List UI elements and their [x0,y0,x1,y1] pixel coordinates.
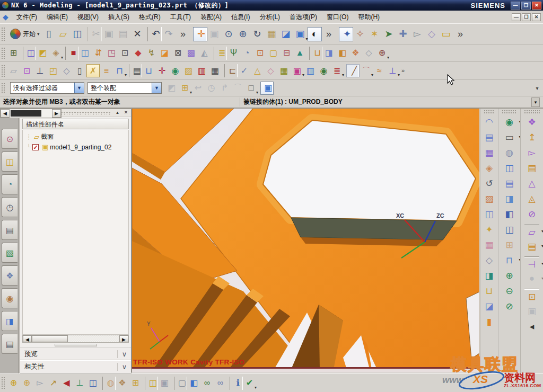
snap-point-icon[interactable]: ✶ [367,27,382,41]
trimmed-sheet-icon[interactable]: ◪ [482,299,497,313]
cut-icon[interactable]: ✂ [87,27,102,41]
scroll-right-icon[interactable]: ▶ [52,109,61,118]
cavity-insert-icon[interactable]: ⊡ [253,47,267,60]
notes-tab[interactable]: ▤ [2,220,17,240]
mold-csys-icon[interactable]: ◫ [23,47,36,60]
ruled-surface-icon[interactable]: ▦ [482,146,497,159]
vector-dialog-icon[interactable]: ✚ [396,27,410,41]
shaded-view-icon[interactable]: ▣ [293,27,308,41]
roles-tab[interactable]: ◉ [2,288,17,308]
zoom-box-icon[interactable]: ▣ [207,27,222,41]
ball-pin-icon[interactable]: ◉ [169,64,182,77]
toolbar-drag-handle[interactable] [484,110,495,113]
runner-icon[interactable]: ▩ [185,47,198,60]
graphics-viewport[interactable]: XC ZC Y TFR-ISO WORK Cavity TFR-ISO [132,109,479,372]
ghost-body-icon[interactable]: ▣ [524,304,539,318]
mdi-restore-button[interactable]: ❐ [522,13,531,21]
toolbar1-overflow-icon[interactable]: » [176,27,190,41]
menu-analysis[interactable]: 分析(L) [255,11,285,24]
panel-close-icon[interactable]: ✕ [122,110,129,116]
bounded-plane-icon[interactable]: ◨ [482,269,497,282]
mold-check-icon[interactable]: ◇ [362,47,375,60]
panel-splitter[interactable] [20,343,131,348]
navigator-hscrollbar[interactable]: ◀ ▶ [22,335,129,343]
deviation-check-icon[interactable]: ↺ [482,176,497,190]
undo-icon[interactable]: ↶ [147,27,162,41]
face-analysis-icon[interactable]: ◐ [308,27,322,41]
sheet-body-icon[interactable]: ▤ [129,64,142,77]
redo-icon[interactable]: ↷ [162,27,176,41]
link-browser-icon[interactable]: ∞ [214,377,227,390]
mesh-plate-icon[interactable]: ▦ [277,64,291,77]
dependencies-section-header[interactable]: 相关性 ∨ [20,360,131,373]
wave-window-icon[interactable]: ◧ [187,377,200,390]
window-restore-button[interactable]: ❐ [521,2,531,10]
shrinkage-icon[interactable]: ◩ [36,47,49,60]
core-shelf-icon[interactable]: ◨ [502,192,517,206]
mold-vault-icon[interactable]: ◧ [502,207,517,221]
perspective-icon[interactable]: ◪ [279,27,293,41]
ribbed-surface-icon[interactable]: ▤ [482,130,497,144]
visual-check-icon[interactable]: ◉ [317,64,330,77]
insert-hole-icon[interactable]: ◫ [502,222,517,236]
add-region-icon[interactable]: ⊕ [502,269,517,282]
history-tab[interactable]: ◷ [2,197,17,217]
toolbar3-overflow-icon[interactable]: » [399,64,407,77]
save-icon[interactable]: ◫ [71,27,85,41]
menu-assemblies[interactable]: 装配(A) [196,11,226,24]
part-navigator-tab[interactable]: ◔ [2,174,17,194]
molding-part-icon[interactable]: ◇ [264,64,277,77]
support-tower-icon[interactable]: ▨ [182,64,195,77]
undo-selection-icon[interactable]: ↩ [191,82,205,95]
orient-view-icon[interactable]: ✦ [339,27,353,41]
parting-preparation-icon[interactable]: ◳ [105,47,118,60]
mdi-minimize-button[interactable]: — [512,13,521,21]
toolbar1-overflow2-icon[interactable]: » [322,27,336,41]
panel-collapse-icon[interactable]: ▴ [114,110,121,116]
lift-body-icon[interactable]: ↥ [524,130,539,144]
sub-insert-icon[interactable]: ⊠ [171,47,185,60]
menu-preferences[interactable]: 首选项(P) [285,11,322,24]
toolbar1-overflow3-icon[interactable]: » [453,27,468,41]
chevron-down-icon[interactable]: ∨ [117,350,131,358]
surface-book-icon[interactable]: ◇ [482,253,497,267]
menu-file[interactable]: 文件(F) [12,11,42,24]
workpiece-icon[interactable]: ◈ [49,47,63,60]
waffle-icon[interactable]: ▦ [482,238,497,252]
window-close-button[interactable]: ✕ [532,2,541,10]
toolbar-drag-handle[interactable] [1,65,5,77]
gallery-tab[interactable]: ◨ [2,311,17,331]
body-list-icon[interactable]: ▤ [524,161,539,175]
measure-body-icon[interactable]: ⊣ [524,256,539,270]
toolbar-drag-handle[interactable] [1,27,5,41]
delete-icon[interactable]: ✕ [130,27,145,41]
gate-icon[interactable]: ◭ [198,47,211,60]
subtract-region-icon[interactable]: ⊖ [502,284,517,298]
scroll-thumb[interactable] [32,335,68,342]
select-body-icon[interactable]: ▻ [524,146,539,159]
electrode-icon[interactable]: ▢ [267,47,280,60]
cooling-icon[interactable]: Ψ [227,47,240,60]
menu-edit[interactable]: 编辑(E) [42,11,73,24]
scroll-left-icon[interactable]: ◀ [1,109,10,118]
tree-row-section[interactable]: ┊ ▱ 截面 [25,132,128,142]
view-manager-icon[interactable]: ⊔ [309,47,322,60]
toolbar-drag-handle[interactable] [1,83,5,94]
grid-sheet-icon[interactable]: ▨ [482,192,497,206]
constraint-navigator-tab[interactable]: ◫ [2,152,17,172]
measure-distance-icon[interactable]: ▭ [439,27,453,41]
trim-mold-component-icon[interactable]: ◔ [240,47,253,60]
cylinder-check-icon[interactable]: ◬ [524,192,539,206]
scroll-track[interactable] [68,335,119,342]
body-report-icon[interactable]: ▱ [524,224,539,238]
basic-curves-icon[interactable]: ⊥ [386,64,399,77]
rotate-view-icon[interactable]: ↻ [250,27,265,41]
new-part-icon[interactable]: ▯ [42,27,56,41]
tree-row-part[interactable]: └ ✓ ▣ model1_9_parting_02 [25,142,128,152]
pin-unit-icon[interactable]: ⊔ [142,64,155,77]
new-component-icon[interactable]: ⊕ [20,377,33,390]
stack-components-icon[interactable]: ≣ [214,47,227,60]
plane-dialog-icon[interactable]: ◇ [425,27,439,41]
menu-help[interactable]: 帮助(H) [353,11,384,24]
layer-settings-icon[interactable]: ≡ [100,64,113,77]
